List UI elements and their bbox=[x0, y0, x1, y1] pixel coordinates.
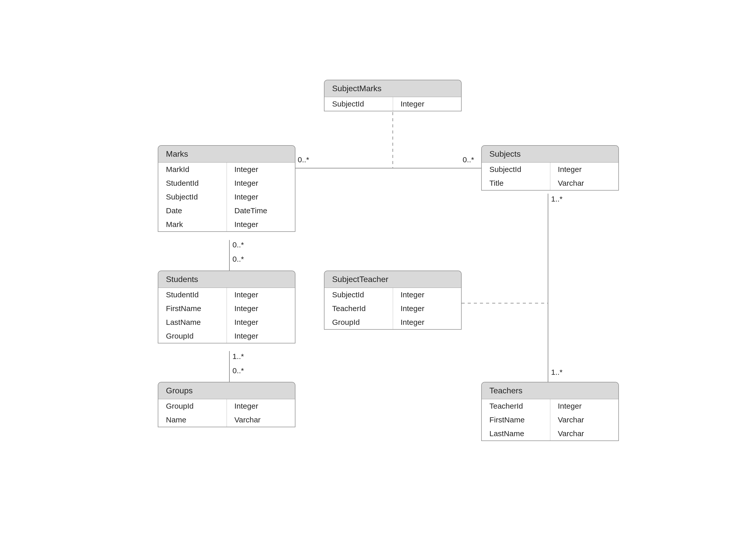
table-row: TeacherId Integer bbox=[482, 399, 618, 413]
column-name: Title bbox=[482, 176, 550, 190]
column-type: Integer bbox=[227, 302, 295, 315]
table-row: Mark Integer bbox=[158, 217, 295, 231]
column-name: Date bbox=[158, 204, 227, 217]
column-type: Integer bbox=[393, 302, 461, 315]
entity-marks[interactable]: Marks MarkId Integer StudentId Integer S… bbox=[158, 145, 295, 232]
column-type: Integer bbox=[227, 162, 295, 176]
mult-students-bottom: 1..* bbox=[232, 352, 244, 361]
table-row: SubjectId Integer bbox=[325, 288, 461, 302]
entity-title: SubjectTeacher bbox=[325, 271, 461, 288]
table-row: SubjectId Integer bbox=[158, 190, 295, 204]
entity-title: SubjectMarks bbox=[325, 80, 461, 97]
entity-subjects[interactable]: Subjects SubjectId Integer Title Varchar bbox=[481, 145, 619, 190]
column-name: GroupId bbox=[158, 329, 227, 343]
table-row: GroupId Integer bbox=[158, 399, 295, 413]
column-name: SubjectId bbox=[325, 97, 393, 111]
column-name: FirstName bbox=[482, 413, 550, 427]
table-row: LastName Integer bbox=[158, 315, 295, 329]
table-row: Title Varchar bbox=[482, 176, 618, 190]
erd-canvas: 0..* 0..* 0..* 0..* 1..* 0..* 1..* 1..* … bbox=[0, 0, 756, 535]
mult-subjects-bottom: 1..* bbox=[551, 195, 563, 203]
column-name: Mark bbox=[158, 217, 227, 231]
mult-marks-bottom: 0..* bbox=[232, 240, 244, 249]
column-name: MarkId bbox=[158, 162, 227, 176]
column-type: Integer bbox=[550, 399, 619, 413]
table-row: SubjectId Integer bbox=[325, 97, 461, 111]
table-row: StudentId Integer bbox=[158, 176, 295, 190]
column-name: Name bbox=[158, 413, 227, 427]
column-type: Varchar bbox=[550, 427, 619, 440]
table-row: LastName Varchar bbox=[482, 427, 618, 440]
mult-students-top: 0..* bbox=[232, 255, 244, 264]
table-row: StudentId Integer bbox=[158, 288, 295, 302]
table-row: SubjectId Integer bbox=[482, 162, 618, 176]
entity-title: Teachers bbox=[482, 382, 618, 399]
column-type: Varchar bbox=[227, 413, 295, 427]
entity-title: Students bbox=[158, 271, 295, 288]
column-name: StudentId bbox=[158, 288, 227, 302]
table-row: Date DateTime bbox=[158, 204, 295, 217]
table-row: GroupId Integer bbox=[158, 329, 295, 343]
mult-teachers-top: 1..* bbox=[551, 368, 563, 377]
column-type: Integer bbox=[227, 176, 295, 190]
column-name: LastName bbox=[482, 427, 550, 440]
column-name: GroupId bbox=[325, 315, 393, 329]
column-type: Integer bbox=[227, 217, 295, 231]
column-type: Varchar bbox=[550, 176, 619, 190]
mult-groups-top: 0..* bbox=[232, 366, 244, 375]
column-type: Varchar bbox=[550, 413, 619, 427]
column-type: Integer bbox=[393, 97, 461, 111]
entity-subjectmarks[interactable]: SubjectMarks SubjectId Integer bbox=[324, 80, 462, 111]
column-name: GroupId bbox=[158, 399, 227, 413]
column-name: TeacherId bbox=[325, 302, 393, 315]
column-type: Integer bbox=[227, 288, 295, 302]
column-name: FirstName bbox=[158, 302, 227, 315]
entity-subjectteacher[interactable]: SubjectTeacher SubjectId Integer Teacher… bbox=[324, 270, 462, 330]
column-type: Integer bbox=[227, 329, 295, 343]
column-name: SubjectId bbox=[158, 190, 227, 204]
column-name: SubjectId bbox=[325, 288, 393, 302]
entity-teachers[interactable]: Teachers TeacherId Integer FirstName Var… bbox=[481, 382, 619, 441]
table-row: TeacherId Integer bbox=[325, 302, 461, 315]
entity-title: Marks bbox=[158, 146, 295, 162]
column-type: Integer bbox=[227, 399, 295, 413]
table-row: Name Varchar bbox=[158, 413, 295, 427]
table-row: FirstName Varchar bbox=[482, 413, 618, 427]
column-type: Integer bbox=[393, 315, 461, 329]
entity-title: Subjects bbox=[482, 146, 618, 162]
entity-title: Groups bbox=[158, 382, 295, 399]
column-type: DateTime bbox=[227, 204, 295, 217]
entity-students[interactable]: Students StudentId Integer FirstName Int… bbox=[158, 270, 295, 343]
column-type: Integer bbox=[227, 315, 295, 329]
column-name: TeacherId bbox=[482, 399, 550, 413]
column-type: Integer bbox=[393, 288, 461, 302]
mult-marks-side: 0..* bbox=[298, 155, 309, 164]
table-row: MarkId Integer bbox=[158, 162, 295, 176]
column-name: SubjectId bbox=[482, 162, 550, 176]
mult-subjects-side: 0..* bbox=[463, 155, 474, 164]
column-name: LastName bbox=[158, 315, 227, 329]
column-type: Integer bbox=[550, 162, 619, 176]
table-row: GroupId Integer bbox=[325, 315, 461, 329]
table-row: FirstName Integer bbox=[158, 302, 295, 315]
column-type: Integer bbox=[227, 190, 295, 204]
entity-groups[interactable]: Groups GroupId Integer Name Varchar bbox=[158, 382, 295, 427]
column-name: StudentId bbox=[158, 176, 227, 190]
